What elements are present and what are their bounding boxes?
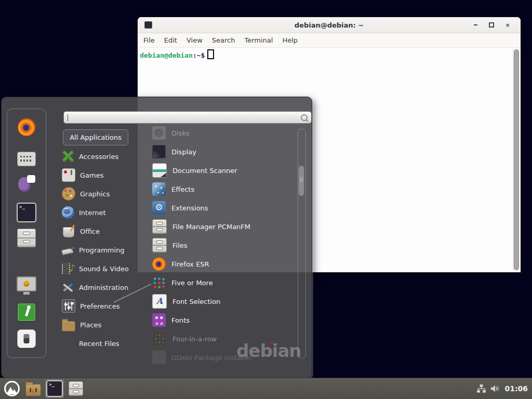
volume-icon[interactable] — [490, 384, 500, 393]
favorites-sidebar — [7, 109, 46, 358]
cat-item-places[interactable]: Places — [62, 315, 149, 334]
file-cabinet-icon — [69, 381, 83, 396]
cat-item-office[interactable]: Office — [62, 222, 149, 241]
taskbar-file-manager-button[interactable] — [24, 379, 43, 398]
cat-item-accessories[interactable]: Accessories — [62, 147, 149, 166]
cat-item-games[interactable]: Games — [62, 166, 149, 184]
places-icon — [62, 321, 75, 331]
app-item-files[interactable]: Files — [152, 236, 292, 255]
menu-view[interactable]: View — [182, 36, 207, 44]
logout-icon — [18, 303, 35, 321]
system-tray: 01:06 — [477, 384, 532, 393]
app-item-effects[interactable]: Effects — [152, 180, 292, 198]
lock-screen-button[interactable] — [17, 275, 36, 294]
graphics-icon — [62, 187, 75, 201]
cat-item-programming[interactable]: Programming — [62, 241, 149, 259]
menu-logo-icon — [4, 381, 20, 396]
menu-file[interactable]: File — [139, 36, 159, 44]
app-item-label: Disks — [171, 129, 190, 137]
app-item-label: Five or More — [171, 279, 213, 287]
app-item-label: GDebi Package Installer — [171, 354, 252, 362]
taskbar: 01:06 — [0, 378, 532, 399]
programming-icon — [62, 244, 74, 256]
search-input[interactable] — [67, 114, 301, 122]
internet-icon — [62, 206, 74, 219]
close-button[interactable]: × — [502, 20, 513, 30]
terminal-title: debian@debian: ~ — [138, 21, 521, 29]
network-icon[interactable] — [477, 384, 486, 393]
menu-search[interactable]: Search — [207, 36, 240, 44]
app-item-firefox-esr[interactable]: Firefox ESR — [152, 255, 292, 273]
terminal-button[interactable] — [17, 203, 36, 224]
terminal-icon — [46, 380, 63, 397]
menu-edit[interactable]: Edit — [159, 36, 182, 44]
firefox-button[interactable] — [18, 118, 35, 138]
cat-item-label: Games — [80, 171, 103, 179]
app-item-four-in-a-row[interactable]: Four-in-a-row — [152, 329, 292, 348]
app-item-label: Effects — [171, 185, 194, 193]
app-item-disks[interactable]: Disks — [152, 124, 292, 142]
lock-screen-icon — [17, 276, 36, 291]
display-icon — [152, 145, 166, 158]
logout-button[interactable] — [18, 303, 35, 323]
app-item-gdebi-package-installer[interactable]: GDebi Package Installer — [152, 348, 292, 367]
cat-item-preferences[interactable]: Preferences — [62, 297, 149, 315]
app-item-label: Font Selection — [172, 298, 220, 305]
file-cabinet-icon — [152, 238, 167, 252]
cat-item-label: Places — [80, 321, 101, 329]
keyboard-button[interactable] — [17, 150, 36, 168]
cat-item-administration[interactable]: Administration — [62, 278, 149, 297]
keyboard-icon — [17, 152, 36, 166]
terminal-scrollbar-thumb[interactable] — [514, 49, 519, 270]
search-box[interactable] — [63, 111, 312, 124]
taskbar-terminal-button[interactable] — [45, 379, 64, 398]
preferences-icon — [62, 299, 75, 313]
application-menu: All Applications AccessoriesGamesGraphic… — [1, 97, 312, 378]
five-or-more-icon — [152, 276, 166, 289]
maximize-button[interactable] — [486, 20, 497, 30]
cat-item-internet[interactable]: Internet — [62, 203, 149, 222]
firefox-icon — [18, 118, 35, 136]
four-in-a-row-icon — [152, 331, 167, 346]
document-scanner-icon — [152, 163, 167, 178]
taskbar-file-cabinet-button[interactable] — [66, 379, 85, 398]
app-item-file-manager-pcmanfm[interactable]: File Manager PCManFM — [152, 217, 292, 236]
sound-video-icon — [62, 262, 74, 275]
menu-help[interactable]: Help — [277, 36, 302, 44]
taskbar-clock: 01:06 — [504, 384, 528, 393]
app-item-fonts[interactable]: Fonts — [152, 311, 292, 329]
taskbar-menu-button[interactable] — [3, 379, 21, 398]
pidgin-button[interactable] — [18, 175, 35, 194]
desktop: debian@debian: ~ × FileEditViewSearchTer… — [0, 0, 532, 399]
app-item-label: Files — [172, 242, 188, 249]
terminal-titlebar[interactable]: debian@debian: ~ × — [138, 17, 521, 33]
cat-item-label: Preferences — [80, 302, 119, 310]
applications-list: DisksDisplayDocument ScannerEffectsExten… — [152, 124, 292, 367]
cat-item-label: Internet — [79, 209, 106, 217]
cat-item-label: Programming — [79, 246, 125, 254]
all-applications-button[interactable]: All Applications — [63, 129, 128, 145]
cat-item-label: Accessories — [79, 153, 118, 161]
app-item-document-scanner[interactable]: Document Scanner — [152, 161, 292, 180]
cat-item-recent-files[interactable]: Recent Files — [62, 334, 149, 353]
menu-terminal[interactable]: Terminal — [240, 36, 277, 44]
search-icon — [301, 114, 308, 121]
app-item-extensions[interactable]: Extensions — [152, 198, 292, 217]
terminal-cursor — [207, 49, 214, 59]
terminal-icon — [17, 203, 36, 222]
shutdown-button[interactable] — [17, 329, 36, 350]
app-item-label: Four-in-a-row — [172, 335, 217, 343]
terminal-scrollbar[interactable] — [513, 49, 520, 271]
menu-scrollbar[interactable] — [298, 129, 306, 358]
office-icon — [63, 227, 74, 237]
minimize-button[interactable] — [470, 20, 481, 30]
all-applications-label: All Applications — [70, 134, 122, 141]
app-item-font-selection[interactable]: Font Selection — [152, 292, 292, 311]
app-item-display[interactable]: Display — [152, 142, 292, 161]
cat-item-sound-video[interactable]: Sound & Video — [62, 259, 149, 278]
file-manager-button[interactable] — [17, 229, 36, 249]
app-item-five-or-more[interactable]: Five or More — [152, 273, 292, 292]
file-cabinet-icon — [152, 219, 167, 234]
cat-item-graphics[interactable]: Graphics — [62, 184, 149, 203]
menu-scrollbar-thumb[interactable] — [299, 166, 304, 196]
